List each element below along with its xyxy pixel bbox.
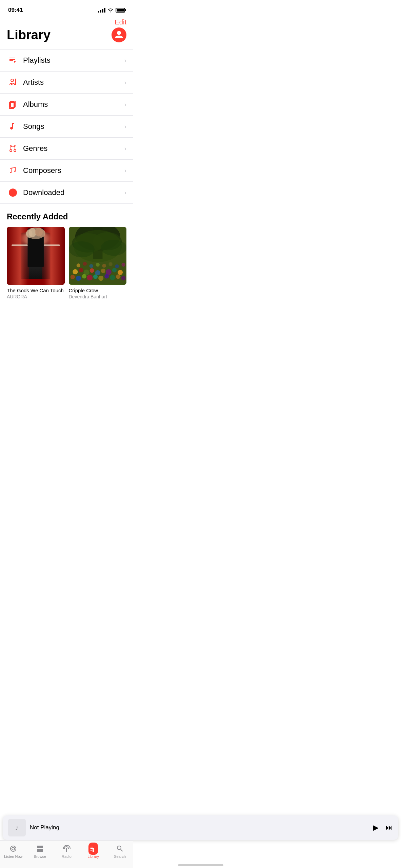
- svg-point-27: [73, 269, 78, 274]
- edit-button[interactable]: Edit: [115, 18, 126, 26]
- album-artwork-1: [7, 227, 65, 285]
- svg-point-32: [101, 269, 105, 273]
- recently-added-section: Recently Added: [0, 204, 133, 308]
- svg-point-36: [70, 275, 75, 279]
- menu-item-artists[interactable]: Artists ›: [0, 72, 133, 94]
- chevron-right-icon: ›: [124, 167, 126, 174]
- svg-point-44: [116, 274, 120, 279]
- svg-point-55: [69, 241, 95, 257]
- menu-item-songs[interactable]: Songs ›: [0, 116, 133, 138]
- header: Edit: [0, 18, 133, 27]
- menu-item-albums[interactable]: Albums ›: [0, 94, 133, 116]
- svg-point-1: [15, 84, 16, 85]
- album-title-2: Cripple Crow: [69, 288, 127, 293]
- svg-point-50: [102, 264, 106, 268]
- svg-rect-13: [42, 227, 64, 285]
- signal-bars-icon: [98, 8, 105, 13]
- svg-point-10: [14, 145, 16, 146]
- artwork-svg-2: [69, 227, 127, 285]
- svg-point-18: [26, 230, 33, 238]
- menu-label-songs: Songs: [23, 122, 124, 131]
- artist-icon: [7, 76, 19, 88]
- menu-item-playlists[interactable]: Playlists ›: [0, 50, 133, 72]
- svg-point-34: [112, 268, 116, 272]
- menu-label-downloaded: Downloaded: [23, 188, 124, 197]
- menu-item-genres[interactable]: Genres ›: [0, 138, 133, 160]
- chevron-right-icon: ›: [124, 101, 126, 108]
- svg-point-56: [101, 240, 126, 256]
- chevron-right-icon: ›: [124, 57, 126, 64]
- svg-point-48: [89, 264, 93, 268]
- battery-icon: [116, 8, 125, 13]
- albums-grid: The Gods We Can Touch AURORA: [0, 227, 133, 308]
- song-icon: [7, 120, 19, 133]
- svg-point-46: [76, 263, 80, 267]
- download-icon: [7, 186, 19, 199]
- svg-rect-21: [44, 244, 60, 246]
- profile-button[interactable]: [112, 27, 126, 42]
- chevron-right-icon: ›: [124, 123, 126, 130]
- svg-point-43: [110, 275, 115, 280]
- svg-point-39: [87, 275, 93, 280]
- svg-point-37: [76, 276, 81, 281]
- menu-label-composers: Composers: [23, 166, 124, 175]
- menu-item-composers[interactable]: Composers ›: [0, 160, 133, 182]
- menu-label-albums: Albums: [23, 100, 124, 109]
- svg-rect-12: [7, 227, 29, 285]
- playlist-icon: [7, 54, 19, 66]
- menu-list: Playlists › Artists ›: [0, 49, 133, 204]
- svg-point-19: [39, 230, 45, 237]
- album-artist-2: Devendra Banhart: [69, 294, 127, 299]
- genre-icon: [7, 142, 19, 155]
- avatar: [112, 27, 126, 42]
- status-bar: 09:41: [0, 0, 133, 18]
- svg-point-6: [14, 150, 16, 152]
- svg-point-41: [98, 276, 103, 281]
- person-icon: [114, 30, 124, 40]
- wifi-icon: [107, 8, 114, 13]
- album-artwork-2: [69, 227, 127, 285]
- svg-point-40: [93, 274, 97, 279]
- album-artist-1: AURORA: [7, 294, 65, 299]
- chevron-right-icon: ›: [124, 189, 126, 196]
- recently-added-title: Recently Added: [0, 204, 133, 227]
- svg-rect-20: [12, 244, 27, 246]
- svg-point-28: [79, 268, 83, 272]
- chevron-right-icon: ›: [124, 145, 126, 152]
- composer-icon: [7, 164, 19, 177]
- status-time: 09:41: [8, 7, 23, 14]
- svg-point-51: [108, 262, 112, 266]
- svg-point-53: [121, 263, 125, 267]
- menu-label-artists: Artists: [23, 78, 124, 87]
- svg-point-49: [96, 263, 99, 267]
- svg-point-35: [117, 270, 122, 275]
- svg-point-45: [121, 276, 125, 280]
- page-header: Library: [0, 27, 133, 49]
- svg-point-47: [83, 262, 86, 265]
- svg-point-30: [89, 268, 94, 273]
- menu-label-playlists: Playlists: [23, 56, 124, 65]
- menu-label-genres: Genres: [23, 144, 124, 153]
- svg-point-9: [10, 145, 12, 146]
- svg-point-52: [115, 264, 119, 268]
- svg-point-38: [82, 274, 86, 278]
- svg-point-42: [104, 274, 109, 278]
- album-icon: [7, 98, 19, 111]
- artwork-svg-1: [7, 227, 65, 285]
- page-title: Library: [7, 28, 51, 42]
- album-title-1: The Gods We Can Touch: [7, 288, 65, 293]
- status-icons: [98, 8, 125, 13]
- chevron-right-icon: ›: [124, 79, 126, 86]
- svg-point-5: [10, 150, 12, 152]
- menu-item-downloaded[interactable]: Downloaded ›: [0, 182, 133, 204]
- album-card-1[interactable]: The Gods We Can Touch AURORA: [7, 227, 65, 299]
- album-card-2[interactable]: Cripple Crow Devendra Banhart: [69, 227, 127, 299]
